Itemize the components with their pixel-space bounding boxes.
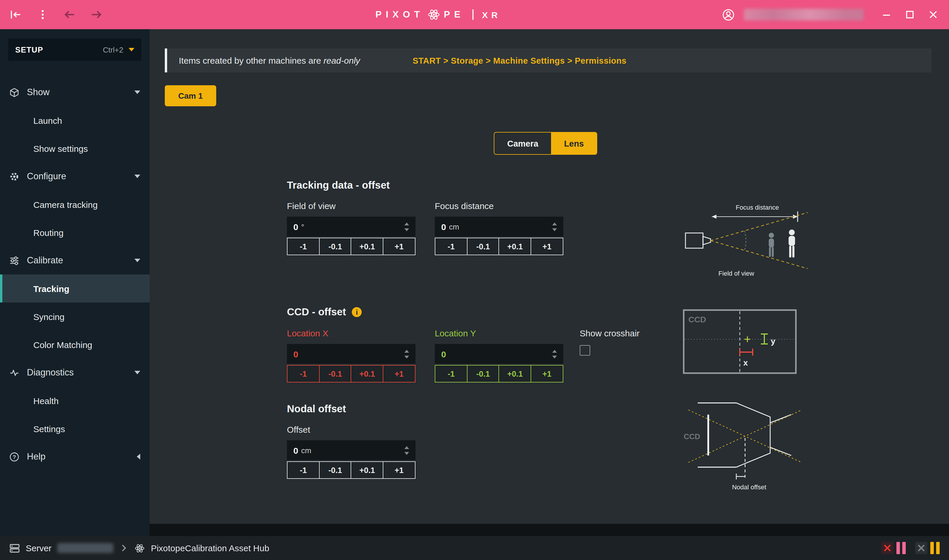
stepper-down-icon[interactable]	[404, 355, 409, 358]
stepper-up-icon[interactable]	[552, 222, 557, 225]
svg-text:?: ?	[12, 454, 16, 460]
sidebar-item-settings[interactable]: Settings	[0, 415, 150, 443]
sidebar-item-color-matching[interactable]: Color Matching	[0, 331, 150, 358]
collapse-sidebar-icon[interactable]	[8, 7, 23, 22]
readonly-notification: Items created by other machines are read…	[165, 48, 932, 72]
step-minus-01-button[interactable]: -0.1	[467, 238, 499, 255]
step-plus-01-button[interactable]: +0.1	[499, 238, 531, 255]
step-plus-01-button[interactable]: +0.1	[351, 238, 384, 255]
step-plus-1-button[interactable]: +1	[383, 238, 415, 255]
show-crosshair-checkbox[interactable]	[580, 345, 590, 355]
stepper-down-icon[interactable]	[404, 452, 409, 455]
step-plus-1-button[interactable]: +1	[531, 238, 563, 255]
sidebar-item-label: Tracking	[33, 283, 69, 294]
sidebar-item-camera-tracking[interactable]: Camera tracking	[0, 190, 150, 218]
svg-text:y: y	[771, 337, 775, 346]
step-minus-01-button[interactable]: -0.1	[319, 461, 352, 479]
stepper-down-icon[interactable]	[552, 355, 557, 358]
unit-label: cm	[449, 222, 459, 231]
sidebar-item-launch[interactable]: Launch	[0, 106, 150, 134]
status-indicator-primary[interactable]	[881, 542, 906, 554]
ccd-offset-title: CCD - offset i	[287, 306, 362, 318]
step-plus-01-button[interactable]: +0.1	[499, 365, 531, 383]
breadcrumb[interactable]: START > Storage > Machine Settings > Per…	[412, 56, 626, 65]
tracking-offset-title: Tracking data - offset	[287, 179, 390, 192]
sidebar-item-label: Calibrate	[27, 255, 63, 266]
svg-text:Focus distance: Focus distance	[736, 204, 779, 211]
chevron-down-icon	[128, 48, 134, 51]
titlebar: PIXOT PE XR	[0, 0, 949, 29]
step-minus-1-button[interactable]: -1	[435, 238, 468, 255]
sidebar-item-routing[interactable]: Routing	[0, 218, 150, 246]
step-minus-01-button[interactable]: -0.1	[467, 365, 499, 383]
show-crosshair-label: Show crosshair	[580, 328, 640, 339]
app-logo: PIXOT PE XR	[375, 0, 501, 29]
stepper-down-icon[interactable]	[404, 228, 409, 231]
step-plus-01-button[interactable]: +0.1	[351, 461, 384, 479]
sidebar-item-calibrate[interactable]: Calibrate	[0, 246, 150, 274]
sidebar-item-help[interactable]: ? Help	[0, 443, 150, 471]
stepper-down-icon[interactable]	[552, 228, 557, 231]
location-y-label: Location Y	[435, 328, 563, 339]
step-buttons: -1 -0.1 +0.1 +1	[435, 365, 563, 383]
server-name-redacted	[57, 543, 113, 553]
info-icon[interactable]: i	[352, 307, 362, 317]
stepper-up-icon[interactable]	[404, 349, 409, 352]
asset-hub-label[interactable]: PixotopeCalibration Asset Hub	[151, 543, 269, 553]
svg-text:Nodal offset: Nodal offset	[732, 483, 766, 491]
sidebar-item-diagnostics[interactable]: Diagnostics	[0, 358, 150, 386]
sidebar-item-health[interactable]: Health	[0, 386, 150, 415]
offset-input[interactable]: 0 cm	[287, 440, 415, 460]
step-minus-1-button[interactable]: -1	[287, 365, 319, 383]
step-buttons: -1 -0.1 +0.1 +1	[287, 238, 415, 255]
sidebar-item-configure[interactable]: Configure	[0, 162, 150, 190]
focus-distance-label: Focus distance	[435, 201, 563, 211]
location-y-input[interactable]: 0	[435, 344, 563, 364]
step-plus-1-button[interactable]: +1	[383, 365, 415, 383]
sidebar-item-syncing[interactable]: Syncing	[0, 303, 150, 331]
forward-icon[interactable]	[89, 7, 104, 22]
stepper-up-icon[interactable]	[552, 349, 557, 352]
gear-icon	[9, 171, 19, 181]
account-icon[interactable]	[721, 7, 736, 22]
help-icon: ?	[9, 452, 19, 462]
sidebar-item-tracking[interactable]: Tracking	[0, 274, 150, 303]
chevron-down-icon	[134, 175, 140, 178]
value-stepper	[404, 443, 409, 457]
server-label[interactable]: Server	[26, 543, 51, 553]
tab-camera[interactable]: Camera	[494, 132, 551, 154]
server-icon	[9, 543, 20, 553]
location-x-label: Location X	[287, 328, 415, 339]
sidebar-item-show-settings[interactable]: Show settings	[0, 134, 150, 162]
minimize-button[interactable]	[879, 7, 894, 22]
pause-bars-icon	[897, 542, 906, 554]
sidebar-item-label: Color Matching	[33, 340, 92, 349]
focus-distance-input[interactable]: 0 cm	[435, 217, 563, 237]
step-plus-1-button[interactable]: +1	[383, 461, 415, 479]
location-x-input[interactable]: 0	[287, 344, 415, 364]
step-minus-1-button[interactable]: -1	[287, 461, 319, 479]
kebab-menu-icon[interactable]	[35, 7, 50, 22]
step-minus-01-button[interactable]: -0.1	[319, 238, 352, 255]
statusbar: Server PixotopeCalibration Asset Hub	[0, 536, 949, 560]
step-plus-1-button[interactable]: +1	[531, 365, 563, 383]
stepper-up-icon[interactable]	[404, 222, 409, 225]
content-bottom-strip	[150, 524, 949, 536]
step-minus-1-button[interactable]: -1	[287, 238, 319, 255]
close-button[interactable]	[926, 7, 941, 22]
setup-label: SETUP	[15, 45, 43, 54]
step-minus-1-button[interactable]: -1	[435, 365, 468, 383]
back-icon[interactable]	[62, 7, 77, 22]
step-plus-01-button[interactable]: +0.1	[351, 365, 384, 383]
step-minus-01-button[interactable]: -0.1	[319, 365, 352, 383]
cam-1-button[interactable]: Cam 1	[165, 85, 216, 106]
sidebar-item-show[interactable]: Show	[0, 78, 150, 106]
tab-lens[interactable]: Lens	[551, 132, 597, 154]
stepper-up-icon[interactable]	[404, 446, 409, 449]
sidebar-item-label: Launch	[33, 115, 62, 125]
sidebar-nav: Show Launch Show settings Configure	[0, 78, 150, 471]
status-indicator-secondary[interactable]	[915, 542, 940, 554]
maximize-button[interactable]	[902, 7, 917, 22]
field-of-view-input[interactable]: 0 °	[287, 217, 415, 237]
setup-mode-dropdown[interactable]: SETUP Ctrl+2	[8, 38, 141, 61]
